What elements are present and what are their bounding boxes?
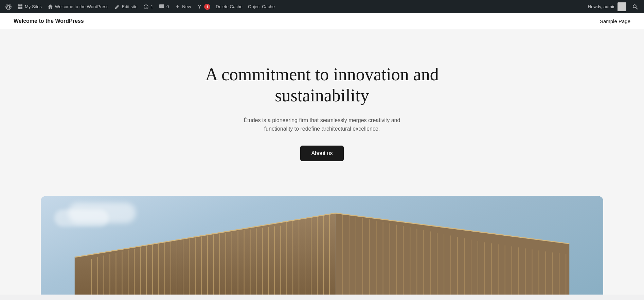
yoast-icon: Y (196, 4, 202, 10)
delete-cache-label: Delete Cache (216, 4, 243, 9)
site-name-item[interactable]: Welcome to the WordPress (44, 0, 111, 13)
my-sites-item[interactable]: My Sites (14, 0, 44, 13)
site-title[interactable]: Welcome to the WordPress (14, 18, 84, 24)
home-icon (47, 4, 53, 10)
new-item[interactable]: + New (172, 0, 194, 13)
site-nav: Welcome to the WordPress Sample Page (0, 13, 644, 29)
building-image (41, 196, 603, 295)
howdy-menu[interactable]: Howdy, admin (585, 2, 629, 11)
updates-item[interactable]: 1 (140, 0, 156, 13)
comments-icon (159, 4, 165, 10)
hero-section: A commitment to innovation and sustainab… (0, 29, 644, 196)
sample-page-link[interactable]: Sample Page (600, 18, 630, 24)
object-cache-item[interactable]: Object Cache (245, 0, 278, 13)
delete-cache-item[interactable]: Delete Cache (213, 0, 245, 13)
updates-icon (143, 4, 149, 10)
edit-site-item[interactable]: Edit site (111, 0, 140, 13)
new-plus-icon: + (174, 4, 180, 10)
hero-title: A commitment to innovation and sustainab… (203, 64, 441, 106)
my-sites-label: My Sites (25, 4, 42, 9)
yoast-item[interactable]: Y 1 (194, 0, 213, 13)
svg-rect-2 (20, 4, 22, 6)
wordpress-icon (5, 4, 12, 10)
admin-bar: My Sites Welcome to the WordPress Edit s… (0, 0, 644, 13)
building-right-face (336, 213, 569, 295)
about-us-button[interactable]: About us (300, 146, 343, 161)
building-left-face (75, 213, 336, 295)
svg-line-7 (636, 7, 638, 9)
my-sites-icon (17, 4, 23, 10)
svg-point-6 (633, 5, 636, 8)
howdy-text: Howdy, admin (588, 4, 615, 9)
adminbar-right: Howdy, admin (585, 0, 641, 13)
search-button[interactable] (629, 0, 641, 13)
comments-count: 0 (166, 4, 169, 9)
image-section (0, 196, 644, 295)
object-cache-label: Object Cache (248, 4, 275, 9)
building-wrapper (41, 196, 603, 295)
svg-rect-4 (20, 7, 22, 9)
yoast-badge: 1 (204, 4, 210, 10)
updates-count: 1 (151, 4, 153, 9)
comments-item[interactable]: 0 (156, 0, 172, 13)
edit-site-label: Edit site (122, 4, 138, 9)
svg-rect-1 (18, 4, 20, 6)
hero-subtitle: Études is a pioneering firm that seamles… (234, 116, 410, 133)
svg-rect-3 (18, 7, 20, 9)
avatar (618, 2, 626, 11)
edit-icon (114, 4, 120, 10)
site-name-label: Welcome to the WordPress (55, 4, 109, 9)
new-label: New (182, 4, 191, 9)
building-svg (41, 196, 603, 295)
wp-logo-item[interactable] (3, 0, 14, 13)
